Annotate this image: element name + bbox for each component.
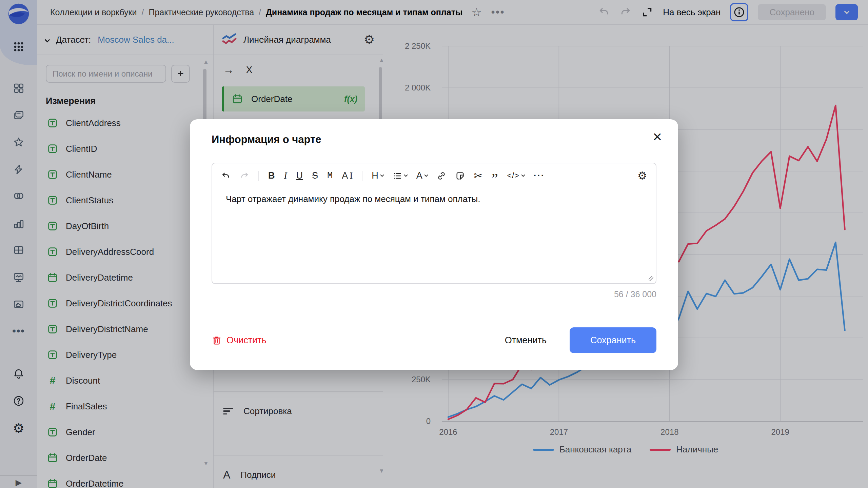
strikethrough-icon[interactable]: S [312, 170, 318, 181]
chart-info-modal: Информация о чарте × BIUSMAIHA✂”</>···⚙ … [190, 119, 678, 370]
note-icon[interactable] [455, 171, 465, 181]
clear-label: Очистить [226, 335, 267, 346]
modal-title: Информация о чарте [212, 134, 321, 146]
quote-icon[interactable]: ” [492, 173, 498, 179]
text-cursor-icon[interactable]: AI [342, 170, 353, 181]
cancel-button[interactable]: Отменить [491, 327, 560, 353]
datalens-app: •••⚙ ▶ Коллекции и воркбуки/Практические… [0, 0, 868, 488]
close-icon[interactable]: × [653, 129, 662, 144]
more-icon[interactable]: ··· [534, 170, 545, 181]
editor-toolbar: BIUSMAIHA✂”</>···⚙ [212, 163, 656, 184]
heading-icon[interactable]: H [372, 170, 383, 181]
list-icon[interactable] [393, 171, 407, 181]
save-button[interactable]: Сохранить [570, 327, 656, 353]
rich-text-editor[interactable]: BIUSMAIHA✂”</>···⚙ Чарт отражает динамик… [212, 163, 656, 284]
cut-icon[interactable]: ✂ [474, 170, 482, 182]
editor-text[interactable]: Чарт отражает динамику продаж по месяцам… [212, 184, 656, 215]
italic-icon[interactable]: I [284, 170, 287, 181]
toolbar-divider [362, 171, 362, 181]
code-icon[interactable]: </> [507, 171, 525, 180]
mono-icon[interactable]: M [327, 171, 333, 181]
font-icon[interactable]: A [416, 170, 428, 181]
settings-icon[interactable]: ⚙ [637, 169, 647, 182]
redo-icon[interactable] [240, 171, 249, 181]
resize-handle-icon[interactable] [649, 276, 653, 281]
trash-icon [212, 335, 222, 346]
underline-icon[interactable]: U [296, 170, 303, 181]
char-counter: 56 / 36 000 [614, 289, 656, 299]
undo-icon[interactable] [221, 171, 231, 181]
link-icon[interactable] [437, 171, 446, 181]
clear-button[interactable]: Очистить [212, 335, 267, 346]
toolbar-divider [258, 171, 259, 181]
bold-icon[interactable]: B [268, 170, 275, 181]
